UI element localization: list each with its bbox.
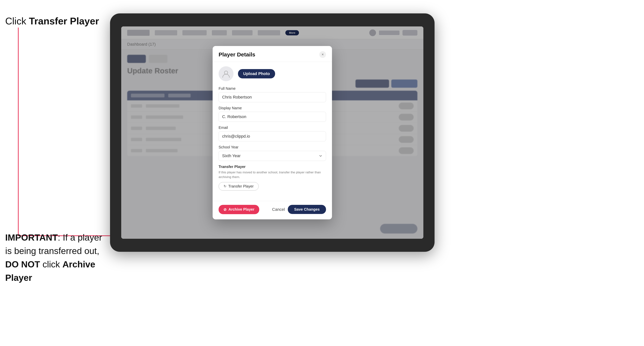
transfer-btn-label: Transfer Player: [228, 184, 254, 188]
modal-overlay: Player Details ×: [121, 26, 423, 239]
transfer-player-button[interactable]: ↻ Transfer Player: [218, 182, 259, 190]
archive-icon: ⊘: [224, 207, 226, 212]
modal-body: Upload Photo Full Name Display Name: [212, 62, 332, 201]
modal-title: Player Details: [218, 51, 255, 58]
school-year-select[interactable]: Sixth Year First Year Second Year Third …: [218, 151, 326, 161]
modal-footer: ⊘ Archive Player Cancel Save Changes: [212, 201, 332, 219]
transfer-section-title: Transfer Player: [218, 165, 326, 169]
display-name-input[interactable]: [218, 112, 326, 122]
player-avatar: [218, 66, 234, 81]
full-name-group: Full Name: [218, 86, 326, 102]
display-name-group: Display Name: [218, 106, 326, 122]
svg-point-0: [224, 71, 228, 74]
instruction-bottom: IMPORTANT: If a player is being transfer…: [5, 231, 106, 285]
email-input[interactable]: [218, 131, 326, 141]
do-not-label: DO NOT: [5, 259, 40, 269]
email-group: Email: [218, 126, 326, 141]
player-details-modal: Player Details ×: [212, 46, 332, 219]
instruction-text-2: click: [40, 259, 62, 269]
school-year-label: School Year: [218, 145, 326, 149]
avatar-upload-row: Upload Photo: [218, 66, 326, 81]
archive-player-button[interactable]: ⊘ Archive Player: [218, 205, 259, 214]
tablet-screen: More Dashboard (17) Update Roster: [121, 26, 423, 239]
modal-header: Player Details ×: [212, 46, 332, 62]
save-changes-button[interactable]: Save Changes: [288, 205, 326, 214]
cancel-button[interactable]: Cancel: [272, 207, 285, 212]
full-name-input[interactable]: [218, 92, 326, 102]
modal-close-button[interactable]: ×: [319, 51, 326, 58]
instruction-prefix: Click: [5, 16, 29, 26]
full-name-label: Full Name: [218, 86, 326, 91]
instruction-bold: Transfer Player: [29, 16, 99, 26]
content-area: Update Roster: [121, 49, 423, 239]
instruction-top: Click Transfer Player: [5, 15, 99, 27]
annotation-line-vertical: [18, 27, 19, 236]
email-label: Email: [218, 126, 326, 130]
transfer-section-desc: If this player has moved to another scho…: [218, 170, 326, 179]
tablet-frame: More Dashboard (17) Update Roster: [110, 13, 434, 252]
upload-photo-button[interactable]: Upload Photo: [238, 69, 275, 78]
archive-btn-label: Archive Player: [228, 207, 254, 211]
important-label: IMPORTANT: [5, 233, 58, 242]
display-name-label: Display Name: [218, 106, 326, 110]
school-year-group: School Year Sixth Year First Year Second…: [218, 145, 326, 161]
transfer-icon: ↻: [224, 184, 226, 188]
transfer-section: Transfer Player If this player has moved…: [218, 165, 326, 190]
